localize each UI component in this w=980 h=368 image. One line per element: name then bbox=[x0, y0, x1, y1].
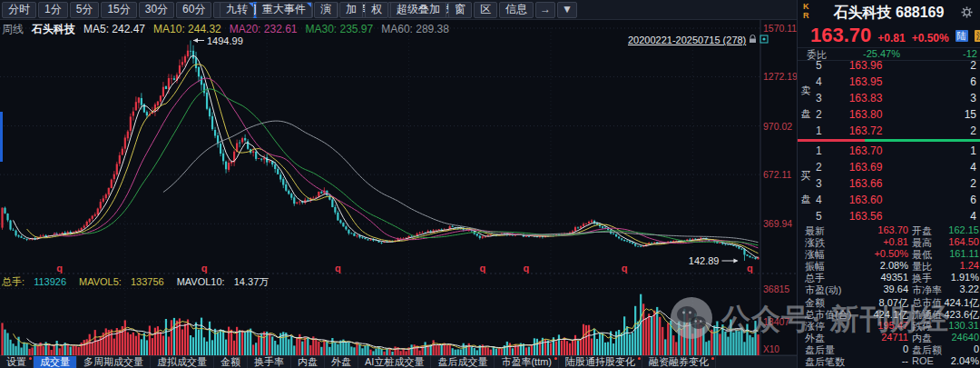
detail-value: -- bbox=[854, 355, 908, 366]
indicator-tab[interactable]: 换手率 bbox=[248, 356, 291, 368]
stock-app-window: 1570.111272.19970.02672.11369.9436815184… bbox=[0, 0, 980, 368]
new-dot bbox=[29, 357, 32, 360]
indicator-tab[interactable]: 内盘 bbox=[291, 356, 325, 368]
candlestick-chart[interactable]: 1570.111272.19970.02672.11369.9436815184… bbox=[0, 0, 797, 368]
svg-text:1570.11: 1570.11 bbox=[763, 23, 797, 34]
zhu-badge[interactable]: 注 bbox=[975, 30, 980, 42]
volume-number: 113926 bbox=[34, 276, 66, 287]
level-price: 163.56 bbox=[838, 210, 893, 223]
detail-value: 162.15 bbox=[923, 224, 979, 235]
svg-text:672.11: 672.11 bbox=[763, 169, 791, 180]
level-qty: 4 bbox=[970, 210, 976, 223]
level-number: 1 bbox=[816, 124, 822, 137]
indicator-tab[interactable]: 虚拟成交量 bbox=[151, 356, 214, 368]
sell-strength bbox=[798, 139, 865, 142]
chart-period-label: 周线 bbox=[2, 23, 24, 35]
ask-row[interactable]: 5163.962 bbox=[798, 57, 980, 74]
indicator-tab[interactable]: 市盈率(ttm) bbox=[495, 356, 559, 368]
indicator-tab-bar: 设置成交量多周期成交量虚拟成交量金额换手率内盘外盘AI立桩成交量盘后成交量市盈率… bbox=[0, 355, 797, 368]
indicator-tab[interactable]: AI立桩成交量 bbox=[358, 356, 431, 368]
svg-text:q: q bbox=[524, 263, 530, 274]
detail-value: 24711 bbox=[854, 332, 908, 343]
volume-label: 总手: bbox=[2, 276, 27, 287]
price-change-pct: +0.50% bbox=[912, 32, 949, 45]
indicator-tab[interactable]: 设置 bbox=[0, 356, 34, 368]
volume-indicator-header: 总手: 113926MAVOL5: 133756MAVOL10: 14.37万 bbox=[2, 275, 281, 289]
gear-icon[interactable] bbox=[961, 5, 973, 22]
detail-value: 1.91% bbox=[923, 272, 979, 283]
buy-side-label: 买盘 bbox=[799, 164, 812, 211]
ask-row[interactable]: 2163.8015 bbox=[798, 106, 980, 123]
detail-value: +0.81 bbox=[854, 236, 908, 247]
lu-badge[interactable]: 陆 bbox=[956, 30, 968, 42]
new-dot bbox=[638, 357, 641, 360]
detail-row: 市盈(动)39.64市净率3.22 bbox=[798, 283, 980, 295]
detail-row: 总市值(合)424.1亿流通值423.6亿 bbox=[798, 308, 980, 320]
detail-value: 1.24 bbox=[923, 260, 979, 271]
level-qty: 2 bbox=[970, 177, 976, 190]
level-qty: 6 bbox=[970, 194, 976, 206]
level-number: 5 bbox=[816, 59, 822, 72]
date-range-label[interactable]: 20200221-20250715 (278) bbox=[628, 35, 769, 45]
level-number: 2 bbox=[816, 108, 822, 121]
bid-row[interactable]: 4163.606 bbox=[798, 192, 980, 208]
svg-text:36815: 36815 bbox=[763, 283, 789, 294]
indicator-tab[interactable]: 陆股通持股变化 bbox=[559, 356, 642, 368]
price-row: 163.70 +0.81 +0.50% 陆 注 bbox=[810, 24, 980, 47]
price-change: +0.81 bbox=[877, 32, 905, 45]
ask-row[interactable]: 3163.833 bbox=[798, 90, 980, 106]
bid-row[interactable]: 3163.662 bbox=[798, 175, 980, 192]
draw-mark-icon[interactable] bbox=[760, 35, 769, 45]
quote-panel: K R 石头科技 688169 163.70 +0.81 +0.50% 陆 注 bbox=[797, 0, 980, 368]
ma-value: MA10: 244.32 bbox=[153, 23, 221, 35]
detail-row: 最新163.70开盘162.15 bbox=[798, 224, 980, 236]
level-number: 1 bbox=[816, 144, 822, 157]
detail-row: 总手49351换手1.91% bbox=[798, 272, 980, 283]
detail-value: 24640 bbox=[923, 332, 979, 343]
detail-value: 39.64 bbox=[854, 283, 908, 294]
bid-row[interactable]: 5163.564 bbox=[798, 208, 980, 224]
volume-number: 133756 bbox=[131, 276, 164, 287]
detail-value: 195.47 bbox=[854, 320, 908, 331]
level-price: 163.83 bbox=[838, 92, 893, 104]
ask-row[interactable]: 4163.956 bbox=[798, 74, 980, 90]
last-price: 163.70 bbox=[810, 24, 871, 47]
level-qty: 3 bbox=[970, 92, 976, 104]
ma-indicator-header: 周线石头科技MA5: 242.47MA10: 244.32MA20: 232.6… bbox=[2, 22, 457, 37]
svg-text:q: q bbox=[56, 263, 63, 274]
detail-row: 涨跌+0.81最高164.50 bbox=[798, 236, 980, 248]
new-dot bbox=[554, 357, 557, 360]
detail-value: +0.50% bbox=[854, 248, 908, 259]
level-number: 2 bbox=[816, 161, 822, 174]
indicator-tab[interactable]: 盘后成交量 bbox=[431, 356, 495, 368]
level-price: 163.70 bbox=[838, 144, 893, 157]
indicator-tab[interactable]: 外盘 bbox=[325, 356, 358, 368]
level-price: 163.72 bbox=[838, 124, 893, 137]
svg-text:q: q bbox=[622, 263, 628, 274]
buy-sell-strength-bar bbox=[798, 139, 980, 142]
lock-icon[interactable] bbox=[749, 35, 757, 45]
detail-value: 0 bbox=[854, 343, 908, 354]
volume-number: 14.37万 bbox=[234, 276, 270, 287]
indicator-tab[interactable]: 成交量 bbox=[34, 356, 77, 368]
detail-row: 金额8.07亿总市值424.1亿 bbox=[798, 296, 980, 308]
bid-row[interactable]: 2163.694 bbox=[798, 159, 980, 175]
level-number: 5 bbox=[816, 210, 822, 223]
level-qty: 4 bbox=[970, 161, 976, 174]
detail-value: 2.04% bbox=[923, 355, 979, 366]
ask-row[interactable]: 1163.722 bbox=[798, 123, 980, 139]
level-number: 3 bbox=[816, 92, 822, 104]
level-price: 163.80 bbox=[838, 108, 893, 121]
volume-value: MAVOL5: 133756 bbox=[79, 276, 171, 287]
svg-text:970.02: 970.02 bbox=[763, 121, 792, 132]
detail-grid: 最新163.70开盘162.15涨跌+0.81最高164.50涨幅+0.50%最… bbox=[798, 224, 980, 367]
indicator-tab[interactable]: 金额 bbox=[214, 356, 248, 368]
indicator-tab[interactable]: 融资融券变化 bbox=[642, 356, 716, 368]
volume-label: MAVOL5: bbox=[79, 276, 124, 287]
detail-row: 涨停195.47跌停130.31 bbox=[798, 320, 980, 332]
new-dot bbox=[711, 357, 714, 360]
detail-value: 3.22 bbox=[923, 283, 979, 294]
indicator-tab[interactable]: 多周期成交量 bbox=[77, 356, 151, 368]
bid-row[interactable]: 1163.701 bbox=[798, 143, 980, 159]
detail-value: 161.11 bbox=[923, 248, 979, 259]
